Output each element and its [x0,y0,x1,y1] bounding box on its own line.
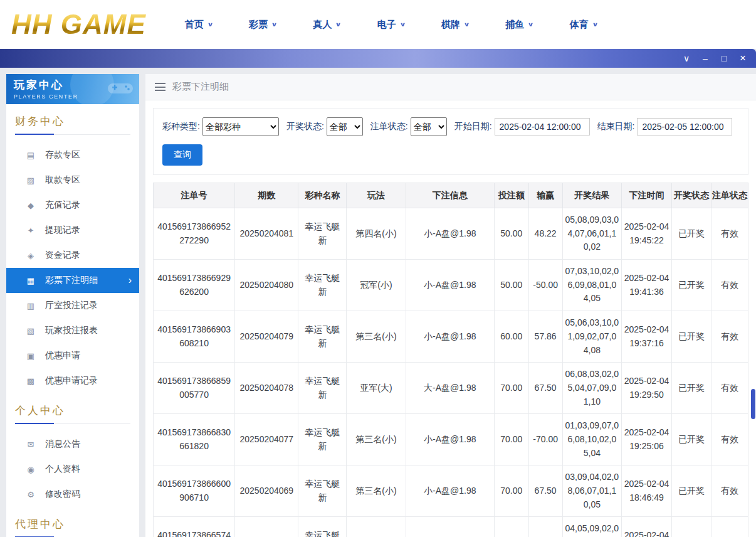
column-header: 投注额 [494,183,528,208]
table-row: 40156917386692962620020250204080幸运飞艇新冠军(… [154,260,748,311]
sidebar-item-deposit-zone[interactable]: ▤存款专区 [6,142,139,167]
table-cell: 幸运飞艇新 [298,414,347,465]
table-cell: 401569173866859005770 [154,363,235,414]
table-cell: 20250204068 [235,517,298,537]
filter-panel: 彩种类型: 全部彩种 开奖状态: 全部 注单状态: 全部 [153,108,748,175]
table-cell: 50.00 [494,208,528,260]
window-close-button[interactable]: × [733,51,752,66]
withdraw-icon: ▨ [25,176,36,185]
table-cell: 第四名(大) [347,517,406,537]
table-header-row: 注单号期数彩种名称玩法下注信息投注额输赢开奖结果下注时间开奖状态注单状态 [154,183,748,208]
sidebar-item-lottery-bet-details[interactable]: ▦彩票下注明细› [6,268,139,293]
table-cell: 20250204069 [235,465,298,517]
sidebar-item-fund-records[interactable]: ◈资金记录 [6,243,139,268]
sidebar-item-messages[interactable]: ✉消息公告 [6,432,139,457]
table-cell: 50.00 [494,260,528,311]
start-date-input[interactable] [495,118,590,136]
table-cell: 401569173866600906710 [154,465,235,517]
user-icon: ◉ [25,465,36,474]
sidebar-item-promo-apply-records[interactable]: ▩优惠申请记录 [6,368,139,393]
chevron-down-icon: ∨ [335,21,342,28]
table-cell: 小-A盘@1.98 [406,260,494,311]
table-cell: 已开奖 [671,465,711,517]
sidebar-item-label: 厅室投注记录 [45,300,98,311]
sidebar-item-withdrawal-records[interactable]: ✦提现记录 [6,218,139,243]
table-cell: 第三名(小) [347,465,406,517]
window-maximize-button[interactable]: □ [715,51,733,66]
table-cell: 已开奖 [671,208,711,260]
table-cell: 60.00 [494,311,528,363]
column-header: 开奖状态 [671,183,711,208]
report-icon: ▧ [25,326,36,336]
table-row: 40156917386685900577020250204078幸运飞艇新亚军(… [154,363,748,414]
table-cell: 有效 [711,414,748,465]
sidebar-item-label: 优惠申请记录 [45,375,98,386]
table-cell: 20250204077 [235,414,298,465]
sidebar-item-change-password[interactable]: ⚙修改密码 [6,482,139,507]
nav-item-live[interactable]: 真人∨ [313,19,340,31]
gear-icon: ⚙ [25,490,36,499]
sidebar-item-label: 彩票下注明细 [45,275,98,286]
table-cell: 60.00 [494,517,528,537]
table-row: 40156917386660090671020250204069幸运飞艇新第三名… [154,465,748,517]
window-collapse-button[interactable]: ∨ [677,51,696,66]
nav-item-chess[interactable]: 棋牌∨ [441,19,469,31]
sidebar-item-hall-bet-records[interactable]: ▥厅室投注记录 [6,293,139,318]
end-date-input[interactable] [637,118,732,136]
chevron-down-icon: ∨ [592,21,598,28]
table-cell: 67.50 [528,363,562,414]
nav-item-label: 棋牌 [441,19,460,31]
table-cell: 48.22 [528,208,562,260]
promo-apply-icon: ▣ [25,351,36,361]
table-cell: 幸运飞艇新 [298,208,347,260]
sidebar-item-player-bet-report[interactable]: ▧玩家投注报表 [6,318,139,343]
chevron-down-icon: ∨ [271,21,278,28]
nav-item-label: 真人 [313,19,332,31]
window-controls: ∨–□× [677,51,752,66]
column-header: 期数 [235,183,298,208]
draw-status-select[interactable]: 全部 [327,117,363,136]
fund-record-icon: ◈ [25,251,36,260]
table-cell: 已开奖 [671,517,711,537]
gamepad-icon [107,80,134,96]
table-cell: 2025-02-04 18:42:25 [622,517,672,537]
draw-status-label: 开奖状态: [286,121,324,132]
sidebar-item-label: 提现记录 [45,225,80,236]
lottery-type-select[interactable]: 全部彩种 [202,117,279,136]
sidebar-item-label: 存款专区 [45,149,80,161]
table-cell: 已开奖 [671,414,711,465]
table-cell: 05,06,03,10,01,09,02,07,04,08 [562,311,622,363]
filter-row: 彩种类型: 全部彩种 开奖状态: 全部 注单状态: 全部 [162,117,739,136]
nav-item-fishing[interactable]: 捕鱼∨ [505,19,533,31]
scrollbar-thumb[interactable] [751,389,755,419]
sidebar-item-label: 资金记录 [45,250,80,261]
menu-toggle-icon[interactable] [155,83,165,91]
sidebar-menu: 财务中心▤存款专区▨取款专区◆充值记录✦提现记录◈资金记录▦彩票下注明细›▥厅室… [6,114,139,537]
nav-item-lottery[interactable]: 彩票∨ [249,19,276,31]
logo[interactable]: HH GAME [11,11,146,38]
table-cell: -60.00 [528,517,562,537]
sidebar-item-promo-apply[interactable]: ▣优惠申请 [6,343,139,368]
search-button[interactable]: 查询 [162,144,202,166]
table-cell: 07,03,10,02,06,09,08,01,04,05 [562,260,622,311]
window-minimize-button[interactable]: – [696,51,715,66]
sidebar-item-recharge-records[interactable]: ◆充值记录 [6,193,139,218]
order-status-select[interactable]: 全部 [411,117,447,136]
nav-item-home[interactable]: 首页∨ [185,19,213,31]
table-cell: 70.00 [494,363,528,414]
chevron-right-icon: › [129,275,132,285]
nav-item-electronic[interactable]: 电子∨ [377,19,405,31]
nav-item-sports[interactable]: 体育∨ [570,19,597,31]
table-cell: 第三名(小) [347,311,406,363]
table-cell: 401569173866830661820 [154,414,235,465]
table-cell: 第三名(小) [347,414,406,465]
sidebar-item-withdraw-zone[interactable]: ▨取款专区 [6,167,139,193]
logo-text: HH GAME [11,11,146,38]
table-cell: 已开奖 [671,311,711,363]
sidebar-item-profile[interactable]: ◉个人资料 [6,457,139,482]
column-header: 玩法 [347,183,406,208]
sidebar: 玩家中心 PLAYERS CENTER 财务中心▤存款专区▨取款专区◆充值记录✦… [6,74,139,537]
table-cell: 20250204080 [235,260,298,311]
table-cell: 2025-02-04 19:41:36 [622,260,672,311]
table-cell: 20250204078 [235,363,298,414]
